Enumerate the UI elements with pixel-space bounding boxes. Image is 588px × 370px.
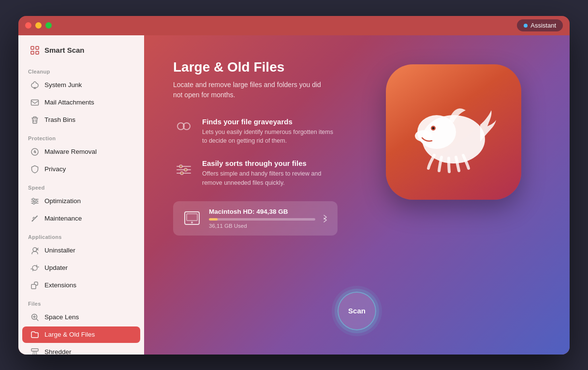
- sidebar-item-uninstaller[interactable]: Uninstaller: [22, 242, 140, 259]
- uninstaller-label: Uninstaller: [44, 247, 75, 254]
- disk-chevron-icon: [322, 214, 329, 222]
- maintenance-label: Maintenance: [44, 215, 82, 222]
- mail-icon: [30, 98, 40, 107]
- graveyards-text: Finds your file graveyards Lets you easi…: [202, 118, 338, 146]
- svg-rect-22: [31, 349, 38, 351]
- disk-name: Macintosh HD: 494,38 GB: [209, 208, 315, 215]
- shredder-label: Shredder: [44, 348, 72, 355]
- title-bar: Assistant: [18, 16, 570, 35]
- page-subtitle: Locate and remove large files and folder…: [173, 80, 328, 100]
- feature-sorts: Easily sorts through your files Offers s…: [173, 159, 367, 188]
- trash-icon: [30, 115, 40, 125]
- graveyards-desc: Lets you easily identify numerous forgot…: [202, 128, 338, 146]
- maintenance-icon: [30, 214, 40, 223]
- assistant-status-dot: [524, 24, 528, 28]
- scan-button[interactable]: Scan: [338, 292, 376, 330]
- applications-section-label: Applications: [18, 227, 144, 242]
- svg-point-32: [184, 168, 187, 171]
- extensions-icon: [30, 281, 40, 290]
- malware-icon: [30, 147, 40, 157]
- disk-progress-bar: [209, 218, 315, 221]
- trash-bins-label: Trash Bins: [44, 116, 75, 123]
- space-lens-icon: [30, 312, 40, 322]
- large-old-files-label: Large & Old Files: [44, 331, 95, 338]
- svg-rect-3: [36, 51, 39, 54]
- page-title: Large & Old Files: [173, 59, 367, 75]
- fullscreen-button[interactable]: [45, 22, 52, 29]
- large-old-files-icon: [30, 330, 40, 340]
- svg-rect-17: [31, 284, 36, 289]
- sidebar-item-malware-removal[interactable]: Malware Removal: [22, 144, 140, 160]
- sorts-title: Easily sorts through your files: [202, 159, 338, 167]
- svg-rect-4: [31, 100, 39, 105]
- optimization-icon: [30, 196, 40, 206]
- svg-point-13: [32, 220, 33, 221]
- svg-line-19: [37, 319, 39, 321]
- graveyards-title: Finds your file graveyards: [202, 118, 338, 126]
- sidebar-item-trash-bins[interactable]: Trash Bins: [22, 112, 140, 128]
- sidebar-item-privacy[interactable]: Privacy: [22, 161, 140, 178]
- sidebar-item-smart-scan[interactable]: Smart Scan: [22, 41, 140, 60]
- disk-icon: [182, 208, 202, 228]
- disk-used: 36,11 GB Used: [209, 223, 315, 229]
- svg-rect-35: [187, 214, 197, 221]
- graveyards-icon: [173, 118, 194, 139]
- traffic-lights: [25, 22, 52, 29]
- sidebar-item-system-junk[interactable]: System Junk: [22, 77, 140, 93]
- sidebar-item-maintenance[interactable]: Maintenance: [22, 210, 140, 227]
- feature-graveyards: Finds your file graveyards Lets you easi…: [173, 118, 367, 146]
- system-junk-label: System Junk: [44, 81, 82, 89]
- scan-button-container: Scan: [338, 292, 376, 330]
- svg-point-41: [432, 127, 435, 129]
- protection-section-label: Protection: [18, 129, 144, 143]
- svg-point-36: [191, 222, 193, 223]
- optimization-label: Optimization: [44, 197, 81, 205]
- minimize-button[interactable]: [35, 22, 42, 29]
- app-icon-large: [386, 64, 521, 200]
- privacy-label: Privacy: [44, 165, 66, 173]
- uninstaller-icon: [30, 246, 40, 255]
- files-section-label: Files: [18, 294, 144, 309]
- sidebar-item-large-old-files[interactable]: Large & Old Files: [22, 326, 140, 343]
- disk-card[interactable]: Macintosh HD: 494,38 GB 36,11 GB Used: [173, 201, 338, 236]
- updater-icon: [30, 263, 40, 273]
- svg-point-33: [180, 172, 183, 175]
- svg-rect-1: [36, 46, 39, 49]
- mail-attachments-label: Mail Attachments: [44, 99, 94, 106]
- assistant-label: Assistant: [530, 22, 556, 29]
- assistant-button[interactable]: Assistant: [517, 19, 563, 31]
- extensions-label: Extensions: [44, 281, 76, 289]
- sidebar-item-mail-attachments[interactable]: Mail Attachments: [22, 94, 140, 111]
- system-junk-icon: [30, 80, 40, 90]
- sidebar-item-shredder[interactable]: Shredder: [22, 344, 140, 355]
- svg-line-23: [33, 351, 33, 355]
- svg-point-11: [35, 200, 37, 202]
- sorts-icon: [173, 159, 194, 180]
- svg-rect-0: [31, 46, 34, 49]
- right-content: [367, 59, 521, 340]
- main-content: Large & Old Files Locate and remove larg…: [144, 35, 570, 355]
- sorts-text: Easily sorts through your files Offers s…: [202, 159, 338, 188]
- sidebar-item-space-lens[interactable]: Space Lens: [22, 309, 140, 326]
- svg-point-12: [33, 202, 35, 204]
- speed-section-label: Speed: [18, 178, 144, 192]
- disk-info: Macintosh HD: 494,38 GB 36,11 GB Used: [209, 208, 315, 229]
- sidebar-item-optimization[interactable]: Optimization: [22, 193, 140, 209]
- sidebar-item-extensions[interactable]: Extensions: [22, 277, 140, 294]
- svg-rect-2: [31, 51, 34, 54]
- app-window: Assistant Smart Scan Cleanup: [18, 16, 570, 355]
- space-lens-label: Space Lens: [44, 313, 79, 321]
- disk-progress-fill: [209, 218, 218, 221]
- svg-line-25: [36, 351, 37, 355]
- updater-label: Updater: [44, 264, 68, 271]
- smart-scan-label: Smart Scan: [44, 46, 85, 54]
- sidebar-item-updater[interactable]: Updater: [22, 260, 140, 276]
- sorts-desc: Offers simple and handy filters to revie…: [202, 169, 338, 188]
- svg-point-10: [32, 198, 34, 200]
- privacy-icon: [30, 164, 40, 174]
- malware-removal-label: Malware Removal: [44, 148, 97, 155]
- close-button[interactable]: [25, 22, 31, 29]
- sidebar: Smart Scan Cleanup System Junk Mail Atta…: [18, 35, 144, 355]
- shredder-icon: [30, 347, 40, 355]
- svg-point-31: [179, 165, 182, 168]
